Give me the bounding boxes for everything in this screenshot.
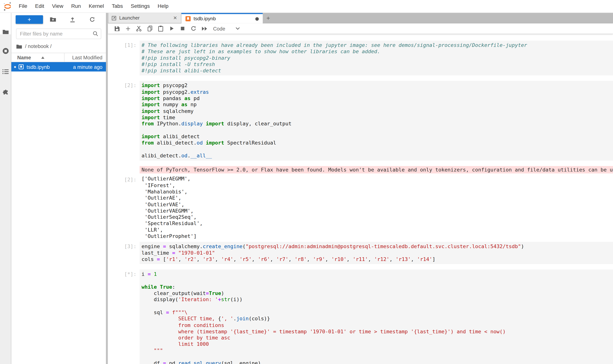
menu-item-help[interactable]: Help — [154, 0, 172, 13]
restart-run-all-button[interactable] — [199, 24, 210, 34]
save-button[interactable] — [111, 24, 123, 34]
code-line: last_time = "1970-01-01" — [141, 250, 612, 256]
table-of-contents-tab[interactable] — [0, 69, 11, 75]
execute-result-output: [2]:['OutlierAEGMM', 'IForest', 'Mahalan… — [108, 175, 613, 240]
run-cell-button[interactable] — [166, 24, 177, 34]
code-line: 'OutlierAE', — [141, 195, 612, 201]
code-cell: [3]:engine = sqlalchemy.create_engine("p… — [108, 242, 613, 264]
menu-item-run[interactable]: Run — [67, 0, 85, 13]
code-line: 'IForest', — [141, 182, 612, 189]
running-kernels-tab[interactable] — [0, 48, 11, 54]
code-cell: [1]:# The following libraries have alrea… — [108, 40, 613, 76]
code-line: while True: — [141, 284, 612, 290]
code-line: df = pd.read_sql_query(sql, engine) — [141, 360, 612, 364]
cell-prompt: [2]: — [108, 81, 140, 161]
code-line: from conditions — [141, 322, 612, 328]
main-area: Launcher ✕ tsdb.ipynb + — [108, 13, 613, 364]
new-tab-button[interactable]: + — [263, 13, 274, 24]
new-launcher-button[interactable]: + — [16, 15, 43, 24]
new-folder-icon — [50, 16, 56, 22]
code-line: # These are just left in as examples to … — [141, 49, 612, 55]
code-line: display('Iteration: '+str(i)) — [141, 297, 612, 303]
menu-items: FileEditViewRunKernelTabsSettingsHelp — [15, 0, 172, 13]
copy-cells-button[interactable] — [144, 24, 155, 34]
run-all-icon — [201, 26, 208, 31]
save-icon — [114, 26, 120, 32]
menu-item-view[interactable]: View — [48, 0, 67, 13]
refresh-icon — [89, 16, 95, 23]
breadcrumb[interactable]: / notebook / — [11, 39, 106, 53]
cut-cells-button[interactable] — [133, 24, 144, 34]
upload-button[interactable] — [63, 16, 82, 23]
menu-item-settings[interactable]: Settings — [127, 0, 154, 13]
code-cell: [2]:import psycopg2import psycopg2.extra… — [108, 81, 613, 161]
tab-label: tsdb.ipynb — [194, 16, 255, 21]
close-icon[interactable]: ✕ — [172, 15, 178, 21]
extensions-tab[interactable] — [0, 90, 11, 96]
cell-type-select[interactable]: Code — [213, 26, 225, 32]
notebook-icon — [185, 16, 191, 21]
code-line: #!pip install psycopg2-binary — [141, 55, 612, 61]
code-line: 'OutlierVAEGMM', — [141, 208, 612, 214]
tab-tsdb-notebook[interactable]: tsdb.ipynb — [181, 13, 263, 24]
code-line: 'OutlierProphet'] — [141, 233, 612, 240]
jupyter-logo — [0, 2, 15, 11]
menu-item-edit[interactable]: Edit — [31, 0, 48, 13]
unsaved-changes-dot — [255, 17, 259, 20]
code-line: import psycopg2 — [141, 83, 612, 89]
cell-editor[interactable]: i = 1 while True: clear_output(wait=True… — [140, 270, 613, 364]
code-line — [141, 277, 612, 284]
sidebar-resize-handle[interactable] — [106, 13, 108, 364]
cell-prompt — [108, 166, 140, 174]
tab-label: Launcher — [119, 15, 173, 21]
code-line: None of PyTorch, TensorFlow >= 2.0, or F… — [141, 167, 613, 173]
filter-files-input[interactable] — [16, 28, 101, 39]
code-line: import time — [141, 114, 612, 121]
menu-item-file[interactable]: File — [15, 0, 31, 13]
notebook-content[interactable]: [1]:# The following libraries have alrea… — [108, 34, 613, 364]
interrupt-kernel-button[interactable] — [177, 24, 188, 34]
code-line: """ — [141, 348, 612, 354]
restart-kernel-button[interactable] — [188, 24, 199, 34]
code-cell: [*]:i = 1 while True: clear_output(wait=… — [108, 270, 613, 364]
menu-item-tabs[interactable]: Tabs — [108, 0, 127, 13]
code-line: i = 1 — [141, 271, 612, 277]
refresh-button[interactable] — [82, 16, 102, 23]
name-column-header[interactable]: Name — [11, 53, 65, 62]
file-row-tsdb[interactable]: tsdb.ipynb a minute ago — [11, 62, 106, 71]
breadcrumb-path: / notebook / — [25, 43, 52, 49]
code-line: import alibi_detect — [141, 133, 612, 140]
menu-item-kernel[interactable]: Kernel — [85, 0, 108, 13]
add-cell-button[interactable] — [122, 24, 133, 34]
folder-icon — [16, 43, 22, 49]
run-icon — [169, 26, 174, 31]
file-browser-tab[interactable] — [0, 29, 11, 35]
activity-bar — [0, 13, 11, 364]
file-browser-toolbar: + — [11, 13, 106, 26]
notebook-toolbar: Code — [108, 24, 613, 34]
code-line: SELECT time, {', '.join(cols)} — [141, 316, 612, 322]
cell-editor[interactable]: import psycopg2import psycopg2.extrasimp… — [140, 81, 613, 161]
upload-icon — [70, 16, 76, 23]
cell-editor[interactable]: # The following libraries have already b… — [140, 40, 613, 76]
code-line: 'OutlierVAE', — [141, 201, 612, 208]
launcher-icon — [111, 15, 117, 20]
modified-column-header[interactable]: Last Modified — [65, 54, 106, 60]
file-listing-header: Name Last Modified — [11, 53, 106, 62]
code-line: 'LLR', — [141, 227, 612, 233]
new-folder-button[interactable] — [43, 16, 63, 22]
tab-launcher[interactable]: Launcher ✕ — [108, 13, 181, 24]
filter-files-box — [16, 28, 101, 39]
code-line: import numpy as np — [141, 102, 612, 108]
paste-cells-button[interactable] — [155, 24, 166, 34]
file-browser-panel: + / notebook / — [11, 13, 106, 364]
tab-bar: Launcher ✕ tsdb.ipynb + — [108, 13, 613, 24]
chevron-down-icon[interactable] — [235, 27, 240, 30]
sort-ascending-icon — [41, 56, 45, 59]
code-line: engine = sqlalchemy.create_engine("postg… — [141, 244, 612, 250]
cell-editor[interactable]: engine = sqlalchemy.create_engine("postg… — [140, 242, 613, 264]
code-line: import pandas as pd — [141, 95, 612, 102]
stderr-output: None of PyTorch, TensorFlow >= 2.0, or F… — [108, 166, 613, 174]
code-line: cols = ['r1', 'r2', 'r3', 'r4', 'r5', 'r… — [141, 256, 612, 263]
cut-icon — [136, 26, 142, 32]
